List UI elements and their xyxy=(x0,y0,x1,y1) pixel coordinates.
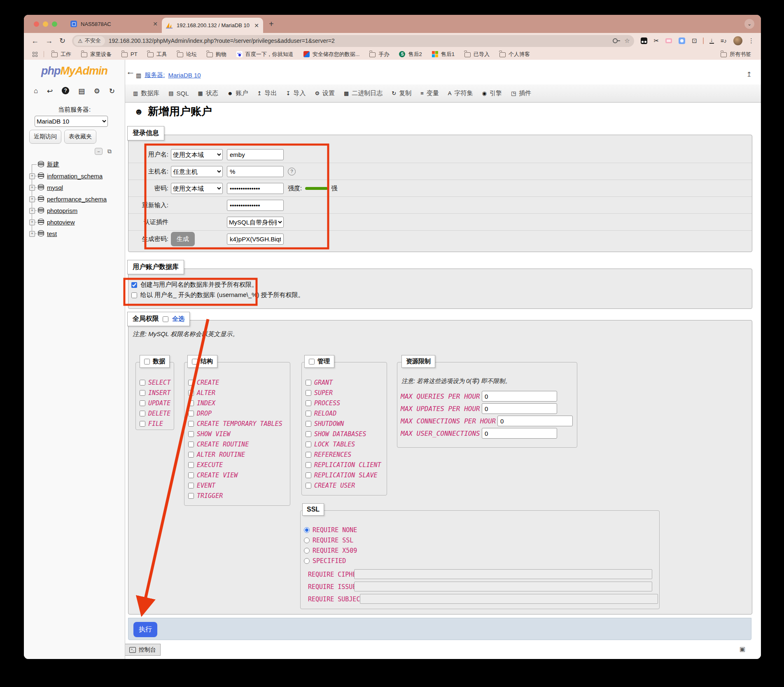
privilege-item[interactable]: DELETE xyxy=(140,408,172,418)
tab-export[interactable]: ↥导出 xyxy=(253,89,282,97)
specified-radio[interactable] xyxy=(304,558,310,564)
privilege-checkbox[interactable] xyxy=(188,400,194,406)
help-icon[interactable]: ? xyxy=(62,87,69,94)
require-subject-input[interactable] xyxy=(360,594,658,604)
tree-item[interactable]: +photoprism xyxy=(24,205,125,216)
browser-menu-icon[interactable]: ⋮ xyxy=(748,37,754,44)
bookmark-item[interactable]: 手办 xyxy=(369,51,389,58)
privilege-checkbox[interactable] xyxy=(188,442,194,447)
ssl-option[interactable]: REQUIRE NONE xyxy=(301,525,659,535)
tab-replication[interactable]: ↻复制 xyxy=(387,89,416,97)
structure-group-checkbox[interactable] xyxy=(192,359,198,365)
expand-icon[interactable]: + xyxy=(29,208,35,214)
expand-icon[interactable]: + xyxy=(29,185,35,191)
extension-panda-icon[interactable] xyxy=(641,37,647,44)
check-all-link[interactable]: 全选 xyxy=(172,315,184,323)
collapse-all-icon[interactable]: − xyxy=(95,148,103,155)
privilege-item[interactable]: RELOAD xyxy=(306,408,385,418)
privilege-item[interactable]: CREATE TEMPORARY TABLES xyxy=(188,418,288,429)
tree-item[interactable]: +test xyxy=(24,228,125,239)
max-updates-input[interactable] xyxy=(482,403,557,414)
bookmark-item[interactable]: 已导入 xyxy=(464,51,490,58)
ssl-option[interactable]: REQUIRE SSL xyxy=(301,535,659,545)
max-connections-input[interactable] xyxy=(497,416,573,426)
privilege-checkbox[interactable] xyxy=(188,472,194,478)
expand-icon[interactable]: + xyxy=(29,173,35,179)
help-icon[interactable]: ? xyxy=(288,168,296,175)
tree-item-new[interactable]: 新建 xyxy=(24,159,125,170)
privilege-checkbox[interactable] xyxy=(188,483,194,488)
phpmyadmin-logo[interactable]: phpMyAdmin xyxy=(24,65,125,77)
create-same-db-option[interactable]: 创建与用户同名的数据库并授予所有权限。 xyxy=(128,280,752,290)
bookmark-item[interactable]: 工作 xyxy=(51,51,71,58)
downloads-icon[interactable]: ↓ xyxy=(709,38,714,44)
reload-icon[interactable]: ↻ xyxy=(59,36,65,45)
privilege-item[interactable]: INDEX xyxy=(188,398,288,408)
generated-password-input[interactable] xyxy=(227,234,284,245)
privilege-item[interactable]: SHUTDOWN xyxy=(306,418,385,429)
bookmark-item[interactable]: 家里设备 xyxy=(81,51,112,58)
tab-plugins[interactable]: ◳插件 xyxy=(506,89,536,97)
privilege-checkbox[interactable] xyxy=(140,411,145,416)
privilege-checkbox[interactable] xyxy=(188,421,194,427)
profile-avatar[interactable] xyxy=(733,36,742,45)
password-type-select[interactable]: 使用文本域 xyxy=(171,183,223,194)
tab-databases[interactable]: ▥数据库 xyxy=(128,89,164,97)
privilege-checkbox[interactable] xyxy=(306,400,311,406)
tab-charsets[interactable]: A字符集 xyxy=(443,89,478,97)
tree-item[interactable]: +photoview xyxy=(24,216,125,228)
reload-nav-icon[interactable]: ↻ xyxy=(109,87,115,96)
generate-button[interactable]: 生成 xyxy=(171,232,195,246)
privilege-checkbox[interactable] xyxy=(188,431,194,437)
privilege-item[interactable]: INSERT xyxy=(140,388,172,398)
bookmark-item-baidu[interactable]: 百度一下，你就知道 xyxy=(236,51,294,58)
max-user-connections-input[interactable] xyxy=(482,428,557,439)
require-issuer-input[interactable] xyxy=(354,582,652,591)
privilege-item[interactable]: REFERENCES xyxy=(306,449,385,460)
tab-binary-log[interactable]: ▩二进制日志 xyxy=(339,89,387,97)
privilege-item[interactable]: SHOW VIEW xyxy=(188,429,288,439)
check-all-checkbox[interactable] xyxy=(163,316,168,322)
url-text[interactable]: 192.168.200.132/phpMyAdmin/index.php?rou… xyxy=(109,37,613,44)
require-ssl-radio[interactable] xyxy=(304,537,310,543)
bookmark-item[interactable]: 论坛 xyxy=(177,51,197,58)
tab-settings[interactable]: ⚙设置 xyxy=(310,89,339,97)
password-key-icon[interactable] xyxy=(613,38,618,43)
privilege-item[interactable]: TRIGGER xyxy=(188,491,288,501)
server-select[interactable]: MariaDB 10 xyxy=(35,116,108,127)
breadcrumb-server-link[interactable]: 服务器: xyxy=(145,71,165,79)
expand-icon[interactable]: + xyxy=(29,220,35,225)
bookmark-item[interactable]: PT xyxy=(121,51,138,57)
auth-plugin-select[interactable]: MySQL自带身份验证 xyxy=(227,217,284,228)
hostname-type-select[interactable]: 任意主机 xyxy=(171,166,223,177)
bookmark-item[interactable]: 购物 xyxy=(207,51,226,58)
new-tab-button[interactable]: + xyxy=(269,19,274,29)
tab-import[interactable]: ↧导入 xyxy=(282,89,310,97)
back-icon[interactable]: ← xyxy=(31,37,39,45)
grant-wildcard-option[interactable]: 给以 用户名_ 开头的数据库 (username\_%) 授予所有权限。 xyxy=(128,290,752,300)
privilege-item[interactable]: EVENT xyxy=(188,480,288,491)
close-tab-icon[interactable]: ✕ xyxy=(254,22,259,29)
tab-variables[interactable]: ≡变量 xyxy=(416,89,443,97)
settings-gear-icon[interactable]: ⚙ xyxy=(94,87,100,96)
privilege-item[interactable]: ALTER xyxy=(188,388,288,398)
tab-status[interactable]: ▦状态 xyxy=(194,89,223,97)
privilege-checkbox[interactable] xyxy=(306,452,311,458)
retype-password-input[interactable] xyxy=(227,200,284,211)
go-button[interactable]: 执行 xyxy=(133,622,157,637)
require-x509-radio[interactable] xyxy=(304,548,310,554)
privilege-checkbox[interactable] xyxy=(140,400,145,406)
extension-blue-icon[interactable] xyxy=(679,37,685,44)
privilege-checkbox[interactable] xyxy=(306,462,311,468)
privilege-checkbox[interactable] xyxy=(306,431,311,437)
tab-sql[interactable]: ▤SQL xyxy=(164,90,193,97)
privilege-item[interactable]: SHOW DATABASES xyxy=(306,429,385,439)
favorite-tables-button[interactable]: 表收藏夹 xyxy=(64,130,96,144)
window-controls[interactable] xyxy=(34,21,57,27)
admin-group-checkbox[interactable] xyxy=(309,359,315,365)
bookmark-item[interactable]: 工具 xyxy=(147,51,167,58)
console-expand-icon[interactable]: ▣ xyxy=(740,645,745,653)
tab-search-button[interactable]: ⌄ xyxy=(744,19,754,29)
bookmark-item[interactable]: 个人博客 xyxy=(499,51,530,58)
username-input[interactable] xyxy=(227,149,284,160)
